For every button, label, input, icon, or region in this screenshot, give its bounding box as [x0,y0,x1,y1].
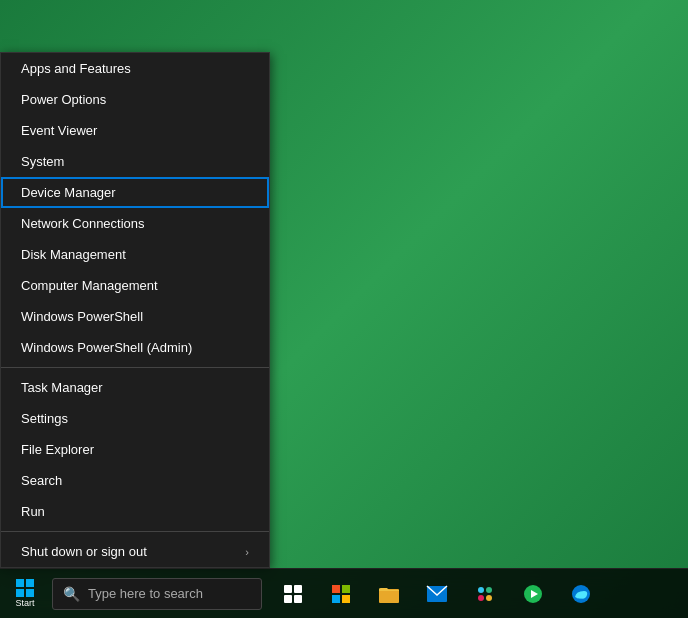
menu-item-label-computer-management: Computer Management [21,278,158,293]
menu-item-windows-powershell[interactable]: Windows PowerShell [1,301,269,332]
menu-item-label-device-manager: Device Manager [21,185,116,200]
menu-item-disk-management[interactable]: Disk Management [1,239,269,270]
menu-item-system[interactable]: System [1,146,269,177]
menu-item-search[interactable]: Search [1,465,269,496]
svg-rect-8 [379,589,399,603]
menu-item-shut-down[interactable]: Shut down or sign out› [1,536,269,567]
menu-item-label-power-options: Power Options [21,92,106,107]
svg-rect-5 [342,585,350,593]
svg-rect-6 [332,595,340,603]
start-label: Start [15,598,34,608]
task-view-icon[interactable] [270,569,316,619]
menu-item-label-network-connections: Network Connections [21,216,145,231]
menu-item-apps-features[interactable]: Apps and Features [1,53,269,84]
menu-item-network-connections[interactable]: Network Connections [1,208,269,239]
menu-item-windows-powershell-admin[interactable]: Windows PowerShell (Admin) [1,332,269,363]
svg-point-12 [478,595,484,601]
search-bar[interactable]: 🔍 Type here to search [52,578,262,610]
media-icon[interactable] [510,569,556,619]
menu-item-label-run: Run [21,504,45,519]
svg-rect-0 [284,585,292,593]
desktop: Apps and FeaturesPower OptionsEvent View… [0,0,688,618]
menu-item-label-shut-down: Shut down or sign out [21,544,147,559]
svg-point-13 [486,595,492,601]
menu-item-settings[interactable]: Settings [1,403,269,434]
taskbar: Start 🔍 Type here to search [0,568,688,618]
menu-item-label-task-manager: Task Manager [21,380,103,395]
file-explorer-icon[interactable] [366,569,412,619]
search-placeholder: Type here to search [88,586,203,601]
menu-item-label-search: Search [21,473,62,488]
taskbar-icons [270,569,604,619]
menu-item-label-file-explorer: File Explorer [21,442,94,457]
menu-item-label-settings: Settings [21,411,68,426]
menu-divider [1,531,269,532]
menu-item-computer-management[interactable]: Computer Management [1,270,269,301]
svg-rect-2 [284,595,292,603]
windows-logo-icon [16,579,34,597]
svg-point-11 [486,587,492,593]
edge-icon[interactable] [558,569,604,619]
menu-item-device-manager[interactable]: Device Manager [1,177,269,208]
svg-point-10 [478,587,484,593]
menu-item-event-viewer[interactable]: Event Viewer [1,115,269,146]
menu-item-label-disk-management: Disk Management [21,247,126,262]
menu-item-label-windows-powershell: Windows PowerShell [21,309,143,324]
menu-item-label-windows-powershell-admin: Windows PowerShell (Admin) [21,340,192,355]
menu-item-task-manager[interactable]: Task Manager [1,372,269,403]
menu-item-file-explorer[interactable]: File Explorer [1,434,269,465]
menu-item-label-event-viewer: Event Viewer [21,123,97,138]
chevron-right-icon: › [245,546,249,558]
microsoft-store-icon[interactable] [318,569,364,619]
menu-divider [1,367,269,368]
svg-rect-1 [294,585,302,593]
svg-rect-3 [294,595,302,603]
search-icon: 🔍 [63,586,80,602]
svg-rect-7 [342,595,350,603]
menu-item-power-options[interactable]: Power Options [1,84,269,115]
menu-item-label-system: System [21,154,64,169]
mail-icon[interactable] [414,569,460,619]
slack-icon[interactable] [462,569,508,619]
context-menu: Apps and FeaturesPower OptionsEvent View… [0,52,270,568]
start-button[interactable]: Start [0,569,50,619]
svg-rect-4 [332,585,340,593]
menu-item-label-apps-features: Apps and Features [21,61,131,76]
menu-item-run[interactable]: Run [1,496,269,527]
